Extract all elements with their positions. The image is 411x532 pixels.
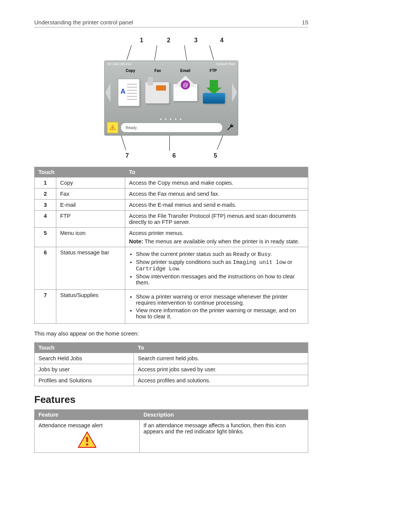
leader-lines-bottom [34, 136, 308, 151]
callout-7: 7 [126, 152, 129, 159]
label-ftp: FTP [210, 69, 217, 73]
bullet: Show printer supply conditions such as I… [136, 259, 304, 272]
ip-address: 57.184.195.214 [108, 62, 132, 66]
svg-rect-0 [112, 127, 113, 128]
cell-note: Note: The menus are available only when … [129, 238, 304, 244]
table-row: Search Held JobsSearch current held jobs… [35, 353, 308, 364]
svg-rect-2 [86, 437, 88, 442]
callout-5: 5 [213, 152, 217, 159]
attendance-alert-icon [77, 431, 97, 450]
menu-button[interactable] [225, 122, 236, 133]
label-copy: Copy [126, 69, 135, 73]
page-number: 15 [302, 19, 308, 26]
table-row: 4FTPAccess the File Transfer Protocol (F… [35, 211, 308, 228]
feature-name: Attendance message alert [38, 422, 135, 428]
wrench-icon [226, 123, 234, 132]
table-row: Jobs by userAccess print jobs saved by u… [35, 364, 308, 375]
table-row: 6 Status message bar Show the current pr… [35, 247, 308, 290]
th-feature: Feature [35, 409, 140, 420]
label-email: Email [180, 69, 191, 73]
header-title: Understanding the printer control panel [34, 19, 133, 26]
th-touch: Touch [35, 167, 125, 177]
warning-icon [109, 124, 116, 131]
app-icons-row [105, 75, 238, 110]
svg-point-3 [86, 443, 88, 446]
table-row: 3E-mailAccess the E-mail menus and send … [35, 200, 308, 211]
th-touch2: Touch [35, 342, 134, 353]
th-to2: To [134, 342, 308, 353]
table-row: Profiles and SolutionsAccess profiles an… [35, 375, 308, 386]
callout-4: 4 [220, 37, 224, 44]
bullet: Show a printer warning or error message … [136, 294, 304, 306]
label-fax: Fax [155, 69, 161, 73]
callout-6: 6 [172, 152, 176, 159]
svg-rect-1 [112, 129, 113, 129]
touch-table-extra: Touch To Search Held JobsSearch current … [34, 342, 308, 386]
status-message-bar[interactable]: Ready. [121, 123, 223, 133]
touch-table-main: Touch To 1CopyAccess the Copy menus and … [34, 167, 308, 324]
intro-text-2: This may also appear on the home screen: [34, 331, 308, 337]
callout-3: 3 [194, 37, 198, 44]
fax-icon[interactable] [145, 82, 169, 104]
control-panel-figure: 1 2 3 4 57.184.195.214 Custom Text Copy … [34, 37, 308, 159]
copy-icon[interactable] [118, 79, 140, 106]
nav-right-icon[interactable] [229, 83, 237, 102]
th-description: Description [140, 409, 308, 420]
bullet: Show intervention messages and the instr… [136, 273, 304, 286]
printer-touchscreen: 57.184.195.214 Custom Text Copy Fax Emai… [104, 61, 238, 136]
table-row: 7 Status/Supplies Show a printer warning… [35, 290, 308, 324]
status-text: Ready. [126, 126, 137, 130]
email-icon[interactable] [173, 84, 198, 101]
cell-text: Access printer menus. [129, 230, 304, 236]
app-labels-row: Copy Fax Email FTP [105, 69, 238, 73]
bullet: Show the current printer status such as … [136, 251, 304, 257]
table-row: Attendance message alert If an attendanc… [35, 420, 308, 452]
custom-text: Custom Text [216, 62, 235, 66]
status-supplies-button[interactable] [107, 122, 118, 133]
page-dots: ● ● ● ● ● [105, 117, 238, 121]
table-row: 5 Menu icon Access printer menus. Note: … [35, 228, 308, 247]
nav-left-icon[interactable] [105, 83, 114, 102]
ftp-icon[interactable] [203, 93, 225, 104]
features-table: Feature Description Attendance message a… [34, 409, 308, 453]
callouts-top: 1 2 3 4 [34, 37, 308, 44]
bullet: View more information on the printer war… [136, 307, 304, 320]
features-heading: Features [34, 394, 308, 406]
callout-1: 1 [140, 37, 143, 44]
callout-2: 2 [167, 37, 170, 44]
table-row: 2FaxAccess the Fax menus and send fax. [35, 189, 308, 200]
th-to: To [125, 167, 308, 177]
leader-lines-top [34, 45, 308, 61]
feature-description: If an attendance message affects a funct… [140, 420, 308, 452]
page-header: Understanding the printer control panel … [34, 19, 308, 27]
callouts-bottom: 7 6 5 [34, 152, 308, 159]
table-row: 1CopyAccess the Copy menus and make copi… [35, 177, 308, 189]
